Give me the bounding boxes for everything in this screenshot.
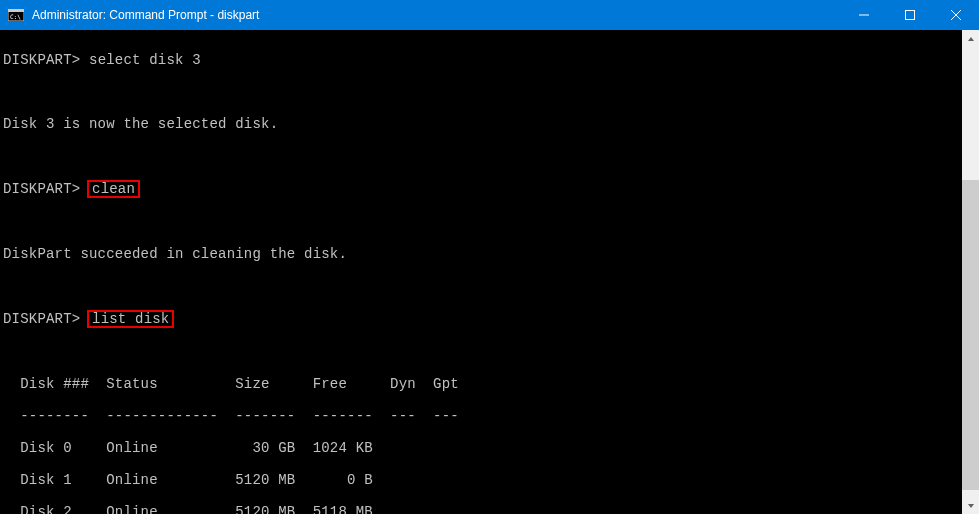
msg-clean-ok: DiskPart succeeded in cleaning the disk. [3,246,979,262]
cmd-select-disk: select disk 3 [89,52,201,68]
table-row: Disk 2 Online 5120 MB 5118 MB [3,504,979,514]
window-title: Administrator: Command Prompt - diskpart [30,8,841,22]
close-button[interactable] [933,0,979,30]
window-controls [841,0,979,30]
svg-rect-4 [906,11,915,20]
table-row: Disk 0 Online 30 GB 1024 KB [3,440,979,456]
cmd-icon: C:\ [8,8,24,22]
cmd-list-disk: list disk [87,310,174,328]
prompt: DISKPART> [3,52,80,68]
terminal-output[interactable]: DISKPART> select disk 3 Disk 3 is now th… [0,30,979,514]
prompt: DISKPART> [3,181,80,197]
minimize-button[interactable] [841,0,887,30]
svg-marker-8 [968,504,974,508]
table-divider: -------- ------------- ------- ------- -… [3,408,979,424]
cmd-clean: clean [87,180,140,198]
scroll-down-button[interactable] [962,497,979,514]
scroll-up-button[interactable] [962,30,979,47]
prompt: DISKPART> [3,311,80,327]
maximize-button[interactable] [887,0,933,30]
msg-disk-selected: Disk 3 is now the selected disk. [3,116,979,132]
table-header: Disk ### Status Size Free Dyn Gpt [3,376,979,392]
vertical-scrollbar[interactable] [962,30,979,514]
svg-rect-1 [8,9,24,12]
svg-marker-7 [968,37,974,41]
scroll-thumb[interactable] [962,180,979,490]
svg-text:C:\: C:\ [10,13,21,20]
table-row: Disk 1 Online 5120 MB 0 B [3,472,979,488]
window-titlebar: C:\ Administrator: Command Prompt - disk… [0,0,979,30]
